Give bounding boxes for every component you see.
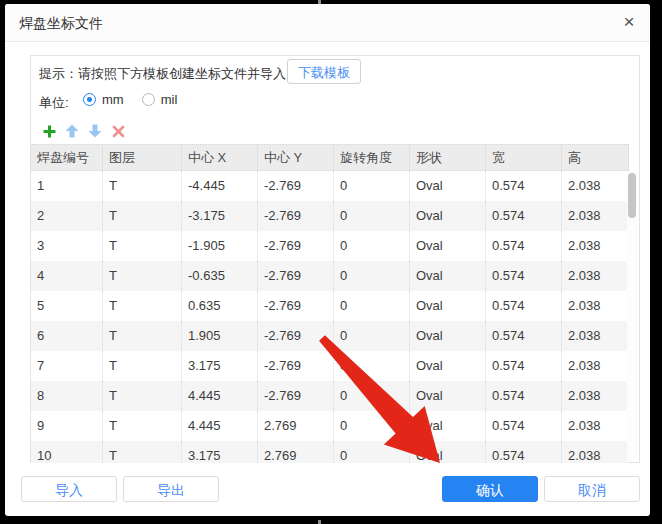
table-cell[interactable]: 0 xyxy=(334,411,410,441)
table-cell[interactable]: -2.769 xyxy=(258,261,334,291)
table-cell[interactable]: T xyxy=(103,381,182,411)
table-cell[interactable]: T xyxy=(103,291,182,321)
table-scrollbar[interactable] xyxy=(627,171,637,462)
table-cell[interactable]: Oval xyxy=(410,351,486,381)
column-header[interactable]: 焊盘编号 xyxy=(31,145,103,170)
table-cell[interactable]: T xyxy=(103,201,182,231)
table-cell[interactable]: 3.175 xyxy=(182,351,258,381)
table-cell[interactable]: 4 xyxy=(31,261,103,291)
table-cell[interactable]: 5 xyxy=(31,291,103,321)
table-cell[interactable]: 1 xyxy=(31,171,103,201)
table-cell[interactable]: -2.769 xyxy=(258,231,334,261)
table-cell[interactable]: 2.038 xyxy=(562,201,629,231)
table-cell[interactable]: 0 xyxy=(334,291,410,321)
table-row[interactable]: 4T-0.635-2.7690Oval0.5742.038 xyxy=(31,261,629,291)
table-cell[interactable]: Oval xyxy=(410,441,486,463)
table-cell[interactable]: 2.038 xyxy=(562,411,629,441)
scrollbar-thumb[interactable] xyxy=(628,173,636,218)
table-cell[interactable]: T xyxy=(103,321,182,351)
table-cell[interactable]: 2.038 xyxy=(562,351,629,381)
table-cell[interactable]: 0.635 xyxy=(182,291,258,321)
column-header[interactable]: 图层 xyxy=(103,145,182,170)
table-cell[interactable]: -2.769 xyxy=(258,351,334,381)
table-cell[interactable]: 2.038 xyxy=(562,291,629,321)
table-row[interactable]: 1T-4.445-2.7690Oval0.5742.038 xyxy=(31,171,629,201)
move-up-icon[interactable] xyxy=(64,123,80,139)
table-cell[interactable]: 2.038 xyxy=(562,321,629,351)
table-row[interactable]: 7T3.175-2.7690Oval0.5742.038 xyxy=(31,351,629,381)
table-cell[interactable]: Oval xyxy=(410,171,486,201)
table-cell[interactable]: 0.574 xyxy=(486,441,562,463)
table-cell[interactable]: 2.038 xyxy=(562,231,629,261)
table-cell[interactable]: 0.574 xyxy=(486,351,562,381)
table-cell[interactable]: 0.574 xyxy=(486,261,562,291)
table-cell[interactable]: 0 xyxy=(334,351,410,381)
table-cell[interactable]: 9 xyxy=(31,411,103,441)
table-cell[interactable]: 0 xyxy=(334,321,410,351)
table-cell[interactable]: T xyxy=(103,231,182,261)
add-row-icon[interactable] xyxy=(41,123,57,139)
radio-mm[interactable]: mm xyxy=(83,92,124,107)
table-row[interactable]: 8T4.445-2.7690Oval0.5742.038 xyxy=(31,381,629,411)
cancel-button[interactable]: 取消 xyxy=(544,476,640,502)
column-header[interactable]: 旋转角度 xyxy=(334,145,410,170)
table-row[interactable]: 2T-3.175-2.7690Oval0.5742.038 xyxy=(31,201,629,231)
export-button[interactable]: 导出 xyxy=(123,476,219,502)
table-cell[interactable]: -0.635 xyxy=(182,261,258,291)
table-cell[interactable]: T xyxy=(103,261,182,291)
table-cell[interactable]: Oval xyxy=(410,201,486,231)
table-cell[interactable]: Oval xyxy=(410,291,486,321)
download-template-button[interactable]: 下载模板 xyxy=(287,59,361,84)
table-cell[interactable]: Oval xyxy=(410,231,486,261)
table-cell[interactable]: 0 xyxy=(334,201,410,231)
table-cell[interactable]: T xyxy=(103,351,182,381)
table-cell[interactable]: 6 xyxy=(31,321,103,351)
table-cell[interactable]: Oval xyxy=(410,381,486,411)
table-cell[interactable]: Oval xyxy=(410,321,486,351)
table-cell[interactable]: 0.574 xyxy=(486,171,562,201)
table-cell[interactable]: -2.769 xyxy=(258,171,334,201)
table-row[interactable]: 10T3.1752.7690Oval0.5742.038 xyxy=(31,441,629,463)
column-header[interactable]: 宽 xyxy=(486,145,562,170)
radio-mil[interactable]: mil xyxy=(142,92,178,107)
table-row[interactable]: 6T1.905-2.7690Oval0.5742.038 xyxy=(31,321,629,351)
table-cell[interactable]: -2.769 xyxy=(258,291,334,321)
table-cell[interactable]: 0.574 xyxy=(486,291,562,321)
table-row[interactable]: 9T4.4452.7690Oval0.5742.038 xyxy=(31,411,629,441)
table-cell[interactable]: 10 xyxy=(31,441,103,463)
import-button[interactable]: 导入 xyxy=(21,476,117,502)
table-cell[interactable]: 0.574 xyxy=(486,201,562,231)
column-header[interactable]: 中心 X xyxy=(182,145,258,170)
table-cell[interactable]: 2.038 xyxy=(562,261,629,291)
table-cell[interactable]: 2.769 xyxy=(258,411,334,441)
table-cell[interactable]: T xyxy=(103,171,182,201)
table-cell[interactable]: 8 xyxy=(31,381,103,411)
table-cell[interactable]: 0.574 xyxy=(486,381,562,411)
table-cell[interactable]: -3.175 xyxy=(182,201,258,231)
table-cell[interactable]: 0.574 xyxy=(486,231,562,261)
table-cell[interactable]: T xyxy=(103,411,182,441)
table-cell[interactable]: 0 xyxy=(334,261,410,291)
close-icon[interactable]: × xyxy=(618,11,640,33)
table-cell[interactable]: 2.038 xyxy=(562,441,629,463)
table-cell[interactable]: 3.175 xyxy=(182,441,258,463)
table-cell[interactable]: 1.905 xyxy=(182,321,258,351)
table-cell[interactable]: -2.769 xyxy=(258,201,334,231)
table-row[interactable]: 3T-1.905-2.7690Oval0.5742.038 xyxy=(31,231,629,261)
table-cell[interactable]: Oval xyxy=(410,411,486,441)
column-header[interactable]: 中心 Y xyxy=(258,145,334,170)
delete-row-icon[interactable] xyxy=(110,123,126,139)
table-cell[interactable]: 0 xyxy=(334,381,410,411)
table-cell[interactable]: 0 xyxy=(334,231,410,261)
table-cell[interactable]: -1.905 xyxy=(182,231,258,261)
table-cell[interactable]: 2.038 xyxy=(562,171,629,201)
table-cell[interactable]: 0 xyxy=(334,441,410,463)
table-cell[interactable]: 0.574 xyxy=(486,411,562,441)
column-header[interactable]: 形状 xyxy=(410,145,486,170)
table-cell[interactable]: Oval xyxy=(410,261,486,291)
table-cell[interactable]: -4.445 xyxy=(182,171,258,201)
confirm-button[interactable]: 确认 xyxy=(442,476,538,502)
move-down-icon[interactable] xyxy=(87,123,103,139)
table-row[interactable]: 5T0.635-2.7690Oval0.5742.038 xyxy=(31,291,629,321)
table-cell[interactable]: 2 xyxy=(31,201,103,231)
